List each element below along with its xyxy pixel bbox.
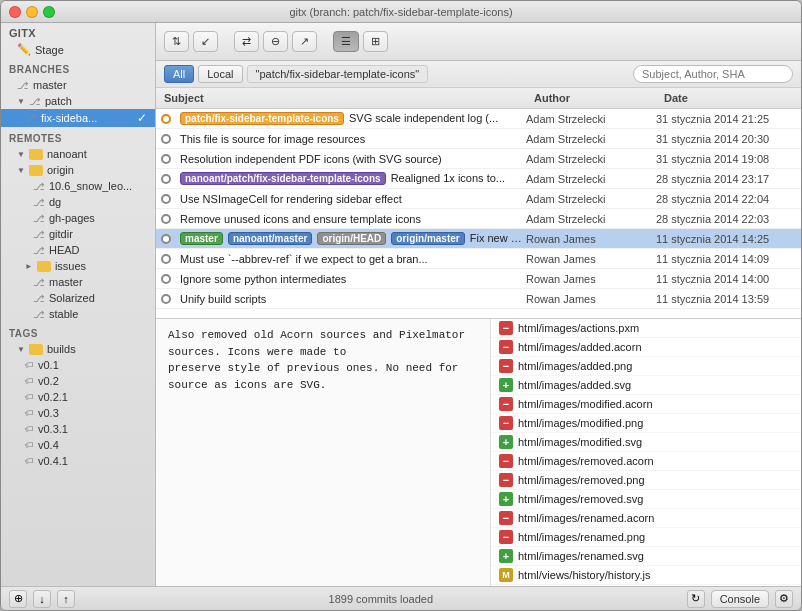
filter-local-button[interactable]: Local xyxy=(198,65,242,83)
list-item[interactable]: + html/images/modified.svg xyxy=(491,433,801,452)
commit-date: 31 stycznia 2014 21:25 xyxy=(656,113,801,125)
search-input[interactable] xyxy=(633,65,793,83)
stash-button[interactable]: ⊖ xyxy=(263,31,288,52)
fetch-button[interactable]: ⇅ xyxy=(164,31,189,52)
list-item[interactable]: − html/images/added.png xyxy=(491,357,801,376)
tag-icon: 🏷 xyxy=(25,424,34,434)
status-bar: ⊕ ↓ ↑ 1899 commits loaded ↻ Console ⚙ xyxy=(1,586,801,610)
table-row[interactable]: nanoant/patch/fix-sidebar-template-icons… xyxy=(156,169,801,189)
status-removed-icon: − xyxy=(499,511,513,525)
pull-status-icon[interactable]: ↓ xyxy=(33,590,51,608)
sidebar-item-origin[interactable]: ▼ origin xyxy=(1,162,155,178)
main-window: gitx (branch: patch/fix-sidebar-template… xyxy=(0,0,802,611)
list-item[interactable]: + html/images/added.svg xyxy=(491,376,801,395)
table-row[interactable]: Resolution independent PDF icons (with S… xyxy=(156,149,801,169)
list-item[interactable]: − html/images/modified.acorn xyxy=(491,395,801,414)
branch-tag: origin/master xyxy=(391,232,464,245)
sidebar-v04-label: v0.4 xyxy=(38,439,59,451)
table-row[interactable]: patch/fix-sidebar-template-icons SVG sca… xyxy=(156,109,801,129)
list-item[interactable]: − html/images/removed.png xyxy=(491,471,801,490)
commit-date: 31 stycznia 2014 20:30 xyxy=(656,133,801,145)
list-item[interactable]: − html/images/actions.pxm xyxy=(491,319,801,338)
branch-icon: ⎇ xyxy=(33,229,45,240)
graph-cell xyxy=(156,274,176,284)
list-item[interactable]: − html/images/renamed.png xyxy=(491,528,801,547)
list-item[interactable]: − html/images/added.acorn xyxy=(491,338,801,357)
repo-icon[interactable]: ⊕ xyxy=(9,590,27,608)
sidebar-item-head[interactable]: ⎇ HEAD xyxy=(1,242,155,258)
sidebar-fix-label: fix-sideba... xyxy=(41,112,97,124)
branch-icon: ⎇ xyxy=(33,197,45,208)
view-list-button[interactable]: ☰ xyxy=(333,31,359,52)
table-row[interactable]: Use NSImageCell for rendering sidebar ef… xyxy=(156,189,801,209)
branch-icon: ⎇ xyxy=(33,181,45,192)
sidebar-item-v02[interactable]: 🏷 v0.2 xyxy=(1,373,155,389)
commit-author: Adam Strzelecki xyxy=(526,173,656,185)
refresh-icon[interactable]: ↻ xyxy=(687,590,705,608)
sidebar-item-v021[interactable]: 🏷 v0.2.1 xyxy=(1,389,155,405)
console-button[interactable]: Console xyxy=(711,590,769,608)
file-path: html/images/modified.acorn xyxy=(518,398,653,410)
maximize-button[interactable] xyxy=(43,6,55,18)
sidebar-item-patch[interactable]: ▼ ⎇ patch xyxy=(1,93,155,109)
sidebar-item-v041[interactable]: 🏷 v0.4.1 xyxy=(1,453,155,469)
graph-cell xyxy=(156,174,176,184)
sidebar-item-stage[interactable]: ✏️ Stage xyxy=(1,41,155,58)
chevron-down-icon: ▼ xyxy=(17,150,25,159)
status-removed-icon: − xyxy=(499,530,513,544)
sidebar-item-fix-sidebar[interactable]: ⎇ fix-sideba... ✓ xyxy=(1,109,155,127)
commit-author: Rowan James xyxy=(526,233,656,245)
list-item[interactable]: M html/views/history/history.js xyxy=(491,566,801,585)
sidebar-item-gitdir[interactable]: ⎇ gitdir xyxy=(1,226,155,242)
minimize-button[interactable] xyxy=(26,6,38,18)
sidebar-v041-label: v0.4.1 xyxy=(38,455,68,467)
table-row[interactable]: Remove unused icons and ensure template … xyxy=(156,209,801,229)
graph-view-icon: ⊞ xyxy=(371,35,380,48)
sidebar-item-master[interactable]: ⎇ master xyxy=(1,77,155,93)
commit-subject: master nanoant/master origin/HEAD origin… xyxy=(176,232,526,245)
branch-button[interactable]: ⇄ xyxy=(234,31,259,52)
sidebar-item-gh-pages[interactable]: ⎇ gh-pages xyxy=(1,210,155,226)
table-row[interactable]: This file is source for image resources … xyxy=(156,129,801,149)
list-item[interactable]: + html/images/renamed.svg xyxy=(491,547,801,566)
list-item[interactable]: + html/images/removed.svg xyxy=(491,490,801,509)
sidebar-item-v01[interactable]: 🏷 v0.1 xyxy=(1,357,155,373)
submodule-button[interactable]: ↗ xyxy=(292,31,317,52)
pull-button[interactable]: ↙ xyxy=(193,31,218,52)
titlebar: gitx (branch: patch/fix-sidebar-template… xyxy=(1,1,801,23)
folder-icon xyxy=(37,261,51,272)
sidebar-item-v031[interactable]: 🏷 v0.3.1 xyxy=(1,421,155,437)
commit-subject: nanoant/patch/fix-sidebar-template-icons… xyxy=(176,172,526,185)
table-row[interactable]: master nanoant/master origin/HEAD origin… xyxy=(156,229,801,249)
sidebar-item-v04[interactable]: 🏷 v0.4 xyxy=(1,437,155,453)
list-item[interactable]: − html/images/modified.png xyxy=(491,414,801,433)
sidebar-item-issues[interactable]: ▼ issues xyxy=(1,258,155,274)
push-status-icon[interactable]: ↑ xyxy=(57,590,75,608)
table-row[interactable]: Ignore some python intermediates Rowan J… xyxy=(156,269,801,289)
list-item[interactable]: − html/images/removed.acorn xyxy=(491,452,801,471)
sidebar-stable-label: stable xyxy=(49,308,78,320)
sidebar-item-nanoant[interactable]: ▼ nanoant xyxy=(1,146,155,162)
sidebar-item-v03[interactable]: 🏷 v0.3 xyxy=(1,405,155,421)
sidebar-item-dg[interactable]: ⎇ dg xyxy=(1,194,155,210)
sidebar-item-solarized[interactable]: ⎇ Solarized xyxy=(1,290,155,306)
sidebar-item-remote-master[interactable]: ⎇ master xyxy=(1,274,155,290)
sidebar-item-snow-leopard[interactable]: ⎇ 10.6_snow_leo... xyxy=(1,178,155,194)
graph-cell xyxy=(156,214,176,224)
filter-bar: All Local "patch/fix-sidebar-template-ic… xyxy=(156,61,801,88)
commit-date: 28 stycznia 2014 23:17 xyxy=(656,173,801,185)
commit-date: 11 stycznia 2014 14:09 xyxy=(656,253,801,265)
sidebar-item-stable[interactable]: ⎇ stable xyxy=(1,306,155,322)
table-row[interactable]: Must use `--abbrev-ref` if we expect to … xyxy=(156,249,801,269)
folder-icon xyxy=(29,344,43,355)
list-item[interactable]: − html/images/renamed.acorn xyxy=(491,509,801,528)
view-graph-button[interactable]: ⊞ xyxy=(363,31,388,52)
sidebar-item-builds[interactable]: ▼ builds xyxy=(1,341,155,357)
branch-icon: ⎇ xyxy=(17,80,29,91)
table-row[interactable]: Unify build scripts Rowan James 11 stycz… xyxy=(156,289,801,309)
settings-icon[interactable]: ⚙ xyxy=(775,590,793,608)
close-button[interactable] xyxy=(9,6,21,18)
list-view-icon: ☰ xyxy=(341,35,351,48)
gitx-section-header: GITX xyxy=(1,23,155,41)
filter-all-button[interactable]: All xyxy=(164,65,194,83)
